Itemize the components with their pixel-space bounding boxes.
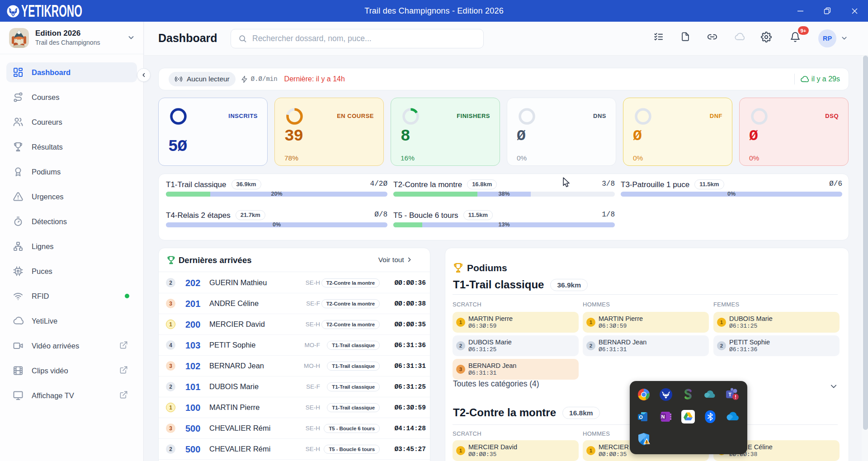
svg-text:T: T <box>728 392 731 397</box>
svg-text:N: N <box>661 414 665 419</box>
svg-text:O: O <box>639 414 643 420</box>
